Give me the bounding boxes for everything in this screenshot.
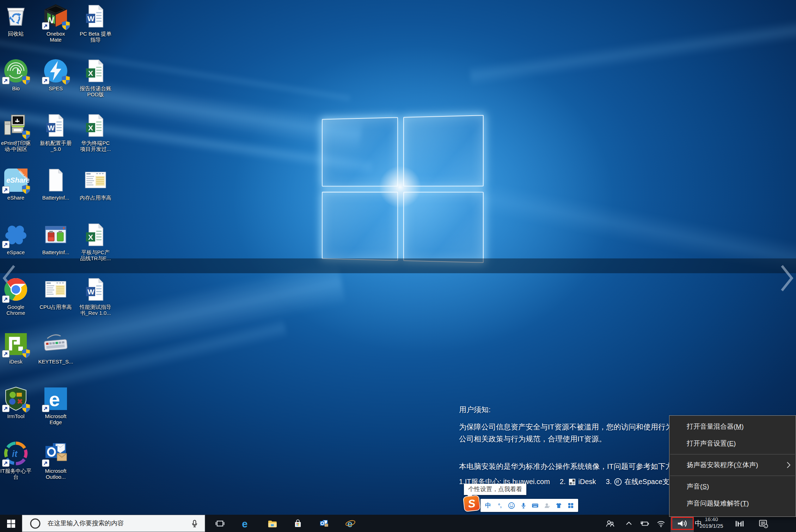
desktop-icon-bio-fingerprint[interactable]: bBio — [0, 57, 35, 91]
desktop-icon-label: 回收站 — [0, 31, 35, 37]
menu-separator — [670, 454, 795, 454]
windows-start-icon — [6, 519, 16, 528]
desktop-icon-onebox-cube[interactable]: NOnebox Mate — [36, 3, 75, 43]
soft-keyboard-icon[interactable] — [531, 501, 539, 510]
desktop-icon-word-doc[interactable]: W新机配置手册 _5.0 — [36, 112, 75, 152]
desktop-icon-recycle-bin[interactable]: 回收站 — [0, 3, 35, 37]
desktop-icon-edge-tile[interactable]: eMicrosoft Edge — [36, 385, 75, 425]
skin-shirt-icon[interactable] — [555, 501, 563, 510]
blank-page-icon — [42, 167, 69, 194]
menu-item-label: 扬声器安装程序(立体声) — [687, 460, 758, 470]
tray-power-battery-button[interactable] — [637, 515, 654, 532]
shortcut-arrow-icon — [42, 405, 49, 412]
menu-item[interactable]: 声音(S) — [669, 478, 796, 495]
desktop-notice: 用户须知: 为保障公司信息资产安全与IT资源不被滥用，您的访问和使用行为将被记录… — [459, 405, 706, 487]
search-mic-icon[interactable] — [190, 519, 199, 528]
taskbar-search-box[interactable] — [22, 515, 205, 532]
menu-item[interactable]: 打开声音设置(E) — [669, 435, 796, 452]
sogou-logo[interactable]: S — [463, 495, 480, 512]
voice-mic-icon[interactable] — [519, 501, 528, 510]
menu-item[interactable]: 声音问题疑难解答(T) — [669, 495, 796, 512]
taskbar-task-view-button[interactable] — [211, 515, 229, 532]
desktop-icon-battery-window[interactable]: BatteryInf... — [36, 221, 75, 255]
shortcut-arrow-icon — [42, 459, 49, 467]
svg-text:IT: IT — [616, 480, 619, 484]
desktop-icon-screenshot-thumb[interactable]: 内存占用率高 — [76, 167, 115, 201]
shortcut-arrow-icon — [2, 295, 10, 303]
taskbar-microsoft-store-button[interactable] — [289, 515, 307, 532]
desktop-icon-chrome[interactable]: Google Chrome — [0, 276, 35, 316]
recycle-bin-icon — [2, 3, 29, 30]
desktop-icon-eshare-welink[interactable]: eShareWeLinkeShare — [0, 167, 35, 201]
help-item-text: iDesk — [578, 478, 596, 486]
uac-shield-icon — [22, 75, 30, 85]
desktop-icon-label: BatteryInf... — [36, 249, 75, 255]
desktop-icon-label: Google Chrome — [0, 304, 35, 316]
espace-clover-icon — [2, 221, 29, 248]
desktop-icon-label: eShare — [0, 195, 35, 201]
chinese-mode-icon[interactable]: 中 — [484, 501, 492, 510]
excel-doc-icon: X — [82, 221, 109, 248]
svg-text:X: X — [88, 124, 93, 132]
clock-date: 2019/1/25 — [695, 522, 728, 529]
search-input[interactable] — [47, 519, 190, 527]
svg-text:X: X — [88, 69, 93, 77]
ime-toolbar: 中°, — [480, 499, 578, 512]
tray-chevron-up-button[interactable] — [621, 515, 637, 532]
desktop-icon-it-service-ring[interactable]: itIT服务中心平 台 — [0, 440, 35, 480]
desktop-icon-espace-clover[interactable]: eSpace — [0, 221, 35, 255]
tray-people-button[interactable] — [602, 515, 618, 532]
desktop-icon-irmtool-shield[interactable]: IrmTool — [0, 385, 35, 419]
desktop-icon-label: SPES — [36, 85, 75, 91]
wallpaper-dark-band — [0, 258, 796, 273]
uac-shield-icon — [22, 185, 30, 194]
desktop-icon-keyboard-legacy[interactable]: KEYTEST_S... — [36, 331, 75, 365]
it-service-ring-icon: it — [2, 440, 29, 467]
emoji-face-icon[interactable] — [507, 501, 516, 510]
desktop-icon-outlook[interactable]: Microsoft Outloo... — [36, 440, 75, 480]
desktop-icon-label: iDesk — [0, 359, 35, 365]
toolbox-grid-icon[interactable] — [567, 501, 575, 510]
taskbar-outlook-mail-button[interactable] — [315, 515, 333, 532]
taskbar-file-explorer-button[interactable] — [263, 515, 281, 532]
desktop-icon-excel-doc[interactable]: X报告传递台账 POD版 — [76, 57, 115, 97]
shortcut-arrow-icon — [2, 350, 10, 357]
notice-title: 用户须知: — [459, 405, 706, 415]
menu-item[interactable]: 打开音量混合器(M) — [669, 418, 796, 435]
tray-pc-manager-m-button[interactable] — [732, 515, 747, 532]
taskbar-clock[interactable]: 16:40 2019/1/25 — [695, 516, 728, 529]
menu-item[interactable]: 扬声器安装程序(立体声) — [669, 457, 796, 473]
desktop-icon-idesk-green[interactable]: iDesk — [0, 331, 35, 365]
punctuation-icon[interactable]: °, — [496, 501, 504, 510]
help-item-number: 2. — [560, 478, 566, 486]
desktop-icon-word-doc[interactable]: WPC Beta 提单 指导 — [76, 3, 115, 43]
spes-lightning-icon — [42, 57, 69, 84]
start-button[interactable] — [0, 515, 22, 532]
tray-wifi-button[interactable] — [653, 515, 669, 532]
carousel-right-icon[interactable] — [778, 262, 795, 294]
desktop-icon-blank-page[interactable]: BatteryInf... — [36, 167, 75, 201]
desktop-icon-label: Onebox Mate — [36, 31, 75, 43]
shortcut-arrow-icon — [2, 77, 10, 84]
taskbar-internet-explorer-button[interactable]: e — [341, 515, 360, 532]
desktop-icon-label: 性能测试指导 书_Rev 1.0... — [76, 304, 115, 316]
desktop-icon-printer-legacy[interactable]: ePrint打印驱 动-中国区 — [0, 112, 35, 152]
desktop-icon-excel-doc[interactable]: X华为终端PC 项目开发过... — [76, 112, 115, 152]
shortcut-arrow-icon — [42, 22, 49, 30]
uac-shield-icon — [62, 21, 70, 30]
tray-action-center-button[interactable] — [755, 515, 771, 532]
microsoft-store-icon — [293, 519, 302, 528]
bio-fingerprint-icon: b — [2, 57, 29, 84]
notice-help-item: 2. iDesk — [560, 478, 596, 486]
desktop-icon-excel-doc[interactable]: X平板与PC产 品线TR与E... — [76, 221, 115, 261]
taskbar-edge-browser-button[interactable]: e — [237, 515, 255, 532]
desktop-icon-label: Microsoft Edge — [36, 413, 75, 425]
desktop-icon-spes-lightning[interactable]: SPES — [36, 57, 75, 91]
user-skin-icon[interactable] — [543, 501, 551, 510]
menu-item-label: 打开声音设置(E) — [687, 439, 736, 448]
printer-legacy-icon — [2, 112, 29, 139]
desktop-icon-word-doc[interactable]: W性能测试指导 书_Rev 1.0... — [76, 276, 115, 316]
uac-shield-icon — [22, 349, 30, 358]
menu-separator — [670, 476, 795, 476]
desktop-icon-screenshot-thumb[interactable]: CPU占用率高 — [36, 276, 75, 310]
